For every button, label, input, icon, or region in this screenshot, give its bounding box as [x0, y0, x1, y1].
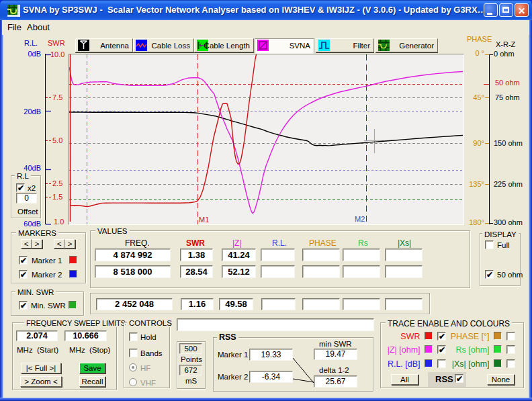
svg-text:M2: M2 — [355, 215, 365, 223]
svg-text:M1: M1 — [199, 216, 209, 224]
